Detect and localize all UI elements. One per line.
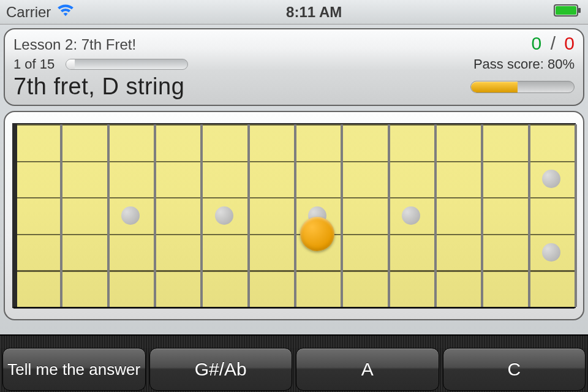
wifi-icon [57, 4, 74, 21]
fret-11 [528, 124, 530, 307]
fret-3 [154, 124, 156, 307]
carrier-label: Carrier [6, 4, 51, 21]
inlay-dot [215, 206, 233, 225]
fretboard[interactable] [12, 123, 576, 308]
svg-rect-1 [556, 6, 576, 15]
inlay-dot [542, 170, 560, 188]
lesson-title: Lesson 2: 7th Fret! [13, 36, 136, 53]
lesson-progress [66, 59, 188, 70]
divider-strip [0, 334, 588, 349]
question-prompt: 7th fret, D string [13, 74, 184, 100]
question-counter: 1 of 15 [13, 56, 55, 72]
fret-2 [107, 124, 110, 307]
status-bar: Carrier 8:11 AM [0, 0, 588, 24]
fret-4 [200, 124, 203, 307]
fret-0 [13, 124, 17, 307]
score: 0 / 0 [532, 33, 575, 54]
fret-1 [60, 124, 62, 307]
fret-8 [388, 124, 390, 307]
answer-option-1[interactable]: G#/Ab [149, 348, 293, 391]
inlay-dot [542, 243, 560, 262]
note-marker[interactable] [300, 217, 334, 251]
fret-7 [341, 124, 343, 307]
fret-5 [247, 124, 250, 307]
fret-6 [294, 124, 296, 307]
fret-12 [575, 124, 577, 307]
score-slash: / [551, 33, 556, 53]
score-wrong: 0 [564, 33, 575, 53]
pass-score-label: Pass score: 80% [473, 56, 575, 72]
inlay-dot [402, 206, 420, 225]
string-6 [13, 307, 575, 309]
svg-rect-2 [578, 8, 581, 13]
pass-progress [470, 81, 575, 93]
inlay-dot [121, 206, 140, 225]
fretboard-card [4, 111, 584, 320]
fret-9 [434, 124, 437, 307]
answer-button-row: Tell me the answer G#/Ab A C [0, 348, 588, 392]
answer-option-3[interactable]: C [443, 348, 586, 391]
fret-10 [481, 124, 483, 307]
clock: 8:11 AM [286, 4, 342, 21]
battery-icon [554, 4, 582, 21]
answer-option-2[interactable]: A [296, 348, 439, 391]
score-correct: 0 [532, 33, 542, 53]
lesson-header: Lesson 2: 7th Fret! 0 / 0 1 of 15 Pass s… [4, 28, 584, 106]
hint-button[interactable]: Tell me the answer [2, 348, 146, 391]
